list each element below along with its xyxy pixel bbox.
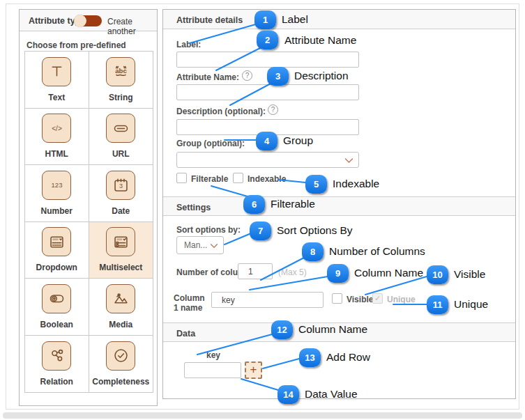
media-icon (106, 284, 135, 313)
callout-label-7: Sort Options By (277, 224, 353, 237)
attribute-type-grid: TextabcString</>HTMLURL123Number3DateDro… (24, 51, 153, 393)
callout-label-13: Add Row (326, 351, 370, 364)
data-title: Data (176, 329, 195, 339)
indexable-checkbox[interactable] (233, 173, 243, 183)
callout-label-11: Unique (454, 298, 488, 311)
attribute-type-option-number[interactable]: 123Number (25, 165, 89, 222)
callout-badge-11: 11 (427, 295, 448, 314)
callout-badge-13: 13 (299, 348, 321, 367)
attribute-type-option-text[interactable]: Text (25, 52, 89, 109)
attribute-type-header: Attribute type Create another (20, 10, 157, 31)
group-select[interactable] (176, 152, 359, 168)
sort-options-label: Sort options by: (176, 225, 241, 235)
attribute-type-option-label: Completeness (92, 377, 149, 387)
callout-badge-6: 6 (243, 195, 265, 214)
attribute-type-option-label: Date (112, 206, 130, 216)
attribute-type-option-completeness[interactable]: Completeness (89, 336, 153, 393)
label-input[interactable] (176, 52, 359, 68)
callout-label-8: Number of Columns (329, 245, 425, 258)
horizontal-scrollbar[interactable] (3, 412, 522, 419)
data-value-input[interactable] (184, 362, 241, 378)
callout-label-10: Visible (454, 268, 485, 281)
attribute-type-option-relation[interactable]: Relation (25, 336, 89, 393)
completeness-icon (106, 341, 135, 371)
dropdown-icon (42, 227, 71, 256)
attribute-name-field-label: Attribute Name: (176, 72, 239, 82)
add-row-button[interactable]: + (245, 361, 262, 379)
visible-label: Visible (347, 295, 373, 304)
svg-text:3: 3 (119, 182, 123, 189)
attribute-type-option-label: Dropdown (36, 263, 77, 272)
string-icon: abc (106, 57, 135, 86)
callout-badge-9: 9 (327, 264, 349, 283)
number-icon: 123 (42, 171, 71, 200)
attribute-type-option-dropdown[interactable]: Dropdown (25, 222, 89, 279)
attribute-details-section-bar: Attribute details (163, 10, 515, 29)
indexable-label: Indexable (248, 174, 286, 184)
attribute-type-option-multiselect[interactable]: Multiselect (89, 222, 153, 279)
callout-label-6: Filterable (271, 198, 315, 210)
html-icon: </> (42, 114, 71, 143)
attribute-type-option-label: Number (41, 206, 73, 216)
create-another-label: Create another (107, 17, 157, 36)
chevron-down-icon (344, 154, 353, 166)
column1-name-label: Column 1 name (174, 293, 208, 313)
relation-icon (42, 341, 71, 371)
callout-badge-7: 7 (250, 221, 271, 240)
callout-label-14: Data Value (305, 388, 358, 400)
multiselect-icon (106, 227, 135, 256)
sort-options-select[interactable]: Man... (176, 236, 224, 254)
sort-options-value: Man... (184, 240, 207, 250)
number-of-columns-input[interactable] (238, 263, 273, 279)
callout-badge-14: 14 (277, 385, 299, 404)
unique-checkbox (372, 293, 383, 304)
callout-badge-2: 2 (257, 31, 278, 49)
group-field-label: Group (optional): (176, 139, 245, 148)
max-columns-hint: (Max 5) (278, 267, 307, 277)
unique-label: Unique (387, 295, 416, 304)
attribute-type-option-label: Relation (40, 377, 73, 387)
settings-section-bar: Settings (163, 196, 515, 216)
label-field-label: Label: (176, 40, 201, 49)
callout-badge-10: 10 (427, 265, 448, 284)
svg-text:</>: </> (52, 125, 62, 132)
help-icon[interactable]: ? (242, 70, 252, 81)
callout-badge-4: 4 (256, 132, 277, 150)
settings-title: Settings (176, 203, 211, 212)
help-icon[interactable]: ? (268, 104, 278, 115)
attribute-type-option-label: String (109, 93, 133, 102)
attribute-details-title: Attribute details (176, 15, 243, 25)
attribute-type-option-label: HTML (45, 149, 68, 159)
chevron-down-icon (210, 239, 218, 251)
callout-label-1: Label (282, 13, 308, 26)
column1-name-input[interactable] (211, 292, 324, 308)
attribute-details-panel: Attribute details Label: Attribute Name:… (162, 9, 516, 399)
attribute-type-option-html[interactable]: </>HTML (25, 109, 89, 166)
text-icon (42, 57, 71, 86)
callout-label-12: Column Name (298, 323, 367, 336)
boolean-icon (42, 284, 71, 313)
data-column-header: key (206, 350, 220, 360)
callout-badge-1: 1 (254, 10, 276, 29)
attribute-type-option-label: Media (109, 320, 132, 329)
attribute-type-option-boolean[interactable]: Boolean (25, 279, 89, 336)
description-field-label: Description (optional): (176, 107, 266, 116)
attribute-type-option-label: URL (112, 149, 130, 159)
attribute-type-option-media[interactable]: Media (89, 279, 153, 336)
callout-badge-12: 12 (271, 320, 293, 339)
attribute-type-option-string[interactable]: abcString (89, 52, 153, 109)
attribute-type-option-url[interactable]: URL (89, 109, 153, 166)
toggle-knob (74, 15, 86, 27)
date-icon: 3 (106, 171, 135, 200)
attribute-type-option-date[interactable]: 3Date (89, 165, 153, 222)
filterable-checkbox[interactable] (176, 173, 187, 183)
attribute-name-input[interactable] (176, 84, 359, 100)
attribute-type-option-label: Text (48, 93, 65, 102)
attribute-type-option-label: Multiselect (99, 263, 142, 272)
callout-badge-3: 3 (267, 67, 289, 86)
create-another-toggle[interactable] (75, 15, 102, 26)
callout-badge-5: 5 (305, 175, 327, 194)
callout-label-3: Description (294, 70, 349, 82)
svg-text:123: 123 (51, 181, 62, 189)
visible-checkbox[interactable] (332, 293, 342, 304)
